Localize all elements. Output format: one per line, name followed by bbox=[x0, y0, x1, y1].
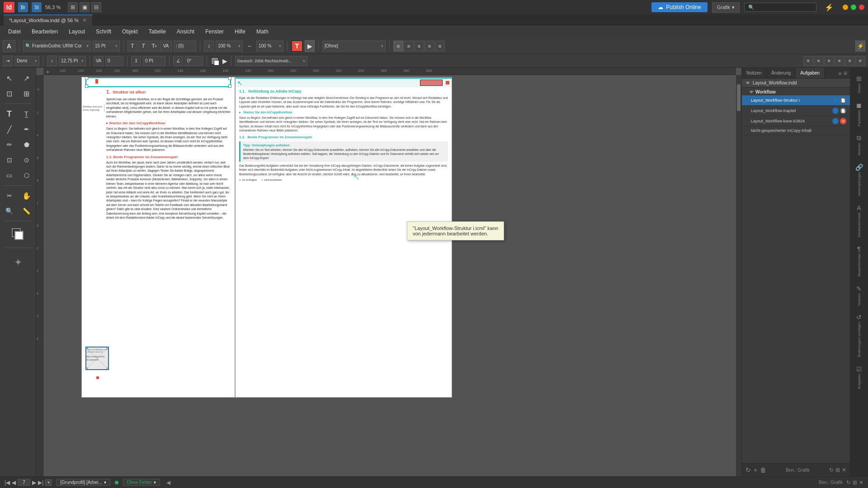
img-handle-br[interactable] bbox=[107, 368, 109, 370]
type-path-tool[interactable]: T̲ bbox=[19, 107, 35, 121]
status-x-icon[interactable]: ✕ bbox=[859, 479, 863, 486]
stock-icon[interactable]: St bbox=[32, 2, 42, 12]
text-arrow-btn[interactable]: ▶ bbox=[305, 40, 315, 52]
ral5-btn[interactable]: ≡ bbox=[845, 56, 855, 66]
vertical-scrollbar[interactable] bbox=[736, 75, 741, 476]
page-menu-btn[interactable]: ▾ bbox=[45, 479, 52, 486]
handle-bl[interactable] bbox=[85, 84, 88, 88]
page-tool[interactable]: ⊡ bbox=[1, 87, 18, 100]
size2-field[interactable]: 12,75 Pt ▾ bbox=[59, 56, 86, 66]
first-page-btn[interactable]: |◀ bbox=[5, 479, 10, 486]
color-swatches[interactable] bbox=[10, 226, 26, 243]
ral3-btn[interactable]: ≡ bbox=[824, 56, 834, 66]
collapse-workflow-icon[interactable] bbox=[749, 91, 754, 94]
screen-mode-btn[interactable]: ▣ bbox=[80, 2, 90, 12]
italic-btn[interactable]: T bbox=[138, 41, 148, 52]
tab-close-icon[interactable]: ✕ bbox=[82, 17, 87, 23]
status-grid-icon[interactable]: ⊞ bbox=[853, 479, 857, 486]
menu-tabelle[interactable]: Tabelle bbox=[144, 27, 170, 37]
gap-tool[interactable]: ⊞ bbox=[19, 87, 35, 100]
arrange-btn[interactable]: ⊟ bbox=[91, 2, 101, 12]
font-size-field[interactable]: 15 Pt ▾ bbox=[93, 41, 120, 52]
bold-btn[interactable]: T bbox=[127, 41, 137, 52]
selection-tool[interactable]: ↖ bbox=[1, 71, 18, 85]
item2-icon-user[interactable]: 👤 bbox=[832, 108, 839, 114]
menu-objekt[interactable]: Objekt bbox=[118, 27, 142, 37]
menu-math[interactable]: Math bbox=[252, 27, 273, 37]
next-page-btn[interactable]: ▶ bbox=[32, 479, 36, 486]
ral6-btn[interactable]: ≡ bbox=[855, 56, 865, 66]
rnav-ebenen[interactable]: ⧉ Ebenen bbox=[851, 131, 867, 159]
rnav-zeichenformate[interactable]: A Zeichenformate bbox=[851, 201, 867, 241]
collapse-file-icon[interactable] bbox=[745, 82, 750, 84]
rnav-verknuepfungen[interactable]: 🔗 Verknüpfungen bbox=[851, 160, 867, 200]
grafik-dropdown[interactable]: Grafik ▾ bbox=[712, 2, 740, 13]
style-weight-field[interactable]: Demi ▾ bbox=[14, 56, 39, 66]
lightning-icon[interactable]: ⚡ bbox=[825, 3, 834, 12]
align-center-btn[interactable]: ≡ bbox=[404, 41, 414, 52]
status-refresh-icon[interactable]: ↻ bbox=[846, 479, 851, 486]
tracking-field[interactable]: 100 % ▾ bbox=[256, 41, 283, 52]
error-status[interactable]: Ohne Fehler ▾ bbox=[123, 479, 160, 486]
va-btn[interactable]: VA bbox=[160, 41, 172, 52]
item-icon-doc[interactable]: 📄 bbox=[840, 97, 846, 103]
aufgaben-file[interactable]: Layout_Workflow.indd bbox=[742, 79, 850, 88]
publish-online-button[interactable]: ☁ Publish Online bbox=[651, 2, 707, 12]
menu-layout[interactable]: Layout bbox=[64, 27, 90, 37]
menu-ansicht[interactable]: Ansicht bbox=[172, 27, 199, 37]
delete-icon[interactable]: 🗑 bbox=[760, 466, 766, 474]
angle-field[interactable]: 0° bbox=[185, 56, 203, 66]
direct-selection-tool[interactable]: ↗ bbox=[19, 71, 35, 85]
workflow-section[interactable]: Workflow bbox=[742, 88, 850, 95]
font-selector[interactable]: 🔍 FranklinGothic URW Cor ▾ bbox=[23, 41, 91, 52]
rect-tool[interactable]: ▭ bbox=[1, 169, 18, 182]
text-color-T[interactable]: T bbox=[291, 40, 303, 52]
pencil-tool[interactable]: ✏ bbox=[1, 138, 18, 151]
menu-schrift[interactable]: Schrift bbox=[91, 27, 116, 37]
prev-page-btn[interactable]: ◀ bbox=[12, 479, 16, 486]
rnav-aenderungen[interactable]: ↺ Änderungen verfolgen bbox=[851, 310, 867, 361]
menu-datei[interactable]: Datei bbox=[4, 27, 25, 37]
menu-hilfe[interactable]: Hilfe bbox=[230, 27, 250, 37]
type-tool[interactable]: T bbox=[1, 107, 18, 121]
character-style-btn[interactable]: A bbox=[3, 40, 15, 52]
align-right-btn[interactable]: ≡ bbox=[414, 41, 424, 52]
quick-apply-btn[interactable]: ⚡ bbox=[855, 41, 865, 52]
kerning-field[interactable]: ( (0) bbox=[174, 41, 196, 52]
paragraph-style-field[interactable]: [Ohne] ▾ bbox=[322, 41, 386, 52]
language-field[interactable]: Deutsch: 2006 Rechtschreib... ▾ bbox=[235, 56, 307, 66]
panel-expand-icon[interactable]: » bbox=[838, 70, 842, 77]
item3-icon-x[interactable]: ✕ bbox=[840, 118, 846, 124]
arrow-apply-btn[interactable]: ▶ bbox=[222, 57, 227, 65]
panel-menu-icon[interactable]: ≡ bbox=[844, 70, 847, 77]
tab-aufgaben[interactable]: Aufgaben bbox=[796, 68, 825, 78]
pen-tool[interactable]: ✒ bbox=[19, 122, 35, 136]
hand-tool[interactable]: ✋ bbox=[19, 189, 35, 202]
item-icon-user[interactable]: 👤 bbox=[832, 97, 839, 103]
item3-icon-user[interactable]: 👤 bbox=[832, 118, 839, 124]
minimize-button[interactable] bbox=[843, 5, 848, 10]
icon-r1[interactable]: ↻ bbox=[829, 467, 834, 473]
leading-field[interactable]: 100 % ▾ bbox=[216, 41, 243, 52]
item2-icon-doc[interactable]: 📄 bbox=[840, 108, 846, 114]
aufgaben-item-kapitel[interactable]: Layout_Workflow-Kapitel 👤 📄 bbox=[742, 106, 850, 116]
aufgaben-item-incopy[interactable]: Nicht-gespeicherter InCopy-Inhalt bbox=[742, 127, 850, 135]
status-arrow-icon[interactable]: ◀ bbox=[166, 479, 170, 486]
align-left-btn[interactable]: ≡ bbox=[393, 41, 403, 52]
tab-aenderung[interactable]: Änderung bbox=[767, 68, 796, 78]
ral1-btn[interactable]: ≡ bbox=[803, 56, 813, 66]
handle-tl[interactable] bbox=[85, 77, 88, 80]
measure-tool[interactable]: 📏 bbox=[19, 204, 35, 218]
zoom-tool[interactable]: 🔍 bbox=[1, 204, 18, 218]
menu-bearbeiten[interactable]: Bearbeiten bbox=[27, 27, 62, 37]
icon-r2[interactable]: ⊞ bbox=[835, 467, 840, 473]
icon-r3[interactable]: ✕ bbox=[842, 467, 846, 473]
search-input[interactable] bbox=[744, 3, 816, 12]
rnav-absatzformate[interactable]: ¶ Absatzformate bbox=[851, 242, 867, 281]
menu-fenster[interactable]: Fenster bbox=[201, 27, 228, 37]
add-icon[interactable]: + bbox=[754, 466, 757, 474]
line-tool[interactable]: ╱ bbox=[1, 122, 18, 136]
superscript-btn[interactable]: Ta bbox=[149, 41, 159, 52]
scissors-tool[interactable]: ✂ bbox=[1, 189, 18, 202]
bridge-icon[interactable]: Br bbox=[18, 2, 28, 12]
